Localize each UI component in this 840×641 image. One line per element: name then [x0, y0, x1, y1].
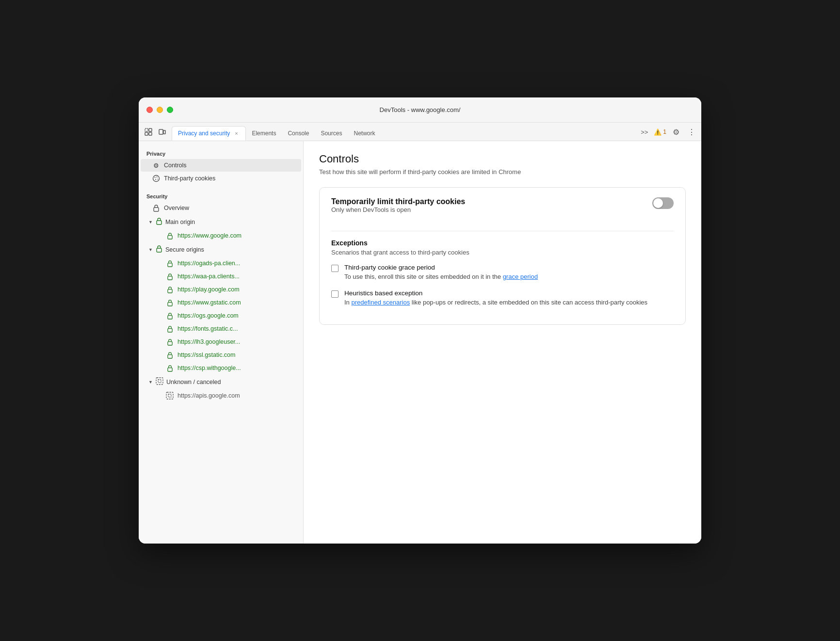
sidebar-item-secure-origin-6[interactable]: https://lh3.googleuser... — [141, 336, 301, 348]
secure-origin-url-7: https://ssl.gstatic.com — [178, 352, 235, 358]
unknown-section-label: Unknown / canceled — [166, 379, 221, 385]
sidebar-item-third-party-cookies[interactable]: Third-party cookies — [141, 172, 301, 185]
svg-rect-4 — [159, 129, 163, 134]
tabbar: Privacy and security × Elements Console … — [139, 123, 701, 141]
tab-network[interactable]: Network — [348, 126, 381, 141]
main-origin-label: Main origin — [165, 219, 195, 225]
tab-close-icon[interactable]: × — [233, 130, 240, 137]
sidebar-item-secure-origin-5[interactable]: https://fonts.gstatic.c... — [141, 322, 301, 335]
sidebar-item-overview[interactable]: Overview — [141, 202, 301, 214]
sidebar-item-secure-origin-8[interactable]: https://csp.withgoogle... — [141, 362, 301, 374]
heuristics-link[interactable]: predefined scenarios — [351, 299, 410, 306]
tab-console[interactable]: Console — [282, 126, 315, 141]
card-title: Temporarily limit third-party cookies — [331, 197, 465, 206]
minimize-button[interactable] — [157, 107, 163, 113]
overview-label: Overview — [164, 205, 189, 211]
secure-origin-url-2: https://play.google.com — [178, 286, 240, 293]
sidebar-item-secure-origin-1[interactable]: https://waa-pa.clients... — [141, 270, 301, 283]
tab-sources-label: Sources — [321, 130, 342, 137]
heuristics-checkbox[interactable] — [331, 290, 339, 298]
secure-origin-lock-icon-7 — [166, 351, 174, 359]
warning-badge[interactable]: ⚠️ 1 — [654, 128, 666, 136]
svg-point-10 — [157, 179, 158, 180]
tab-privacy-security[interactable]: Privacy and security × — [172, 126, 246, 141]
main-origin-arrow-icon: ▼ — [148, 220, 153, 224]
secure-origin-lock-icon-6 — [166, 338, 174, 346]
settings-button[interactable]: ⚙ — [670, 126, 682, 138]
svg-rect-23 — [167, 368, 172, 371]
secure-origins-arrow-icon: ▼ — [148, 247, 153, 252]
heuristics-desc-after: like pop-ups or redirects, a site embedd… — [410, 299, 647, 306]
unknown-origin-url-0: https://apis.google.com — [178, 392, 240, 399]
grace-period-link[interactable]: grace period — [503, 273, 538, 280]
sidebar-item-controls[interactable]: ⚙ Controls — [141, 159, 301, 172]
svg-rect-14 — [157, 248, 162, 252]
secure-origin-lock-icon-8 — [166, 364, 174, 372]
svg-rect-5 — [163, 130, 165, 134]
limit-cookies-toggle[interactable] — [652, 197, 674, 209]
grace-period-checkbox[interactable] — [331, 265, 339, 272]
warning-icon: ⚠️ — [654, 128, 662, 136]
exception-heuristics: Heuristics based exception In predefined… — [331, 289, 674, 307]
svg-rect-20 — [167, 328, 172, 332]
secure-origin-url-6: https://lh3.googleuser... — [178, 338, 240, 345]
tab-privacy-security-label: Privacy and security — [178, 130, 230, 137]
more-menu-button[interactable]: ⋮ — [686, 126, 697, 138]
secure-origin-url-0: https://ogads-pa.clien... — [178, 260, 240, 267]
more-tabs-button[interactable]: >> — [639, 128, 650, 137]
sidebar-item-unknown-origin-0[interactable]: https://apis.google.com — [141, 389, 301, 402]
secure-origin-url-1: https://waa-pa.clients... — [178, 273, 240, 280]
heuristics-title: Heuristics based exception — [344, 289, 647, 297]
toggle-knob — [653, 198, 663, 208]
svg-rect-2 — [145, 132, 148, 135]
device-mode-icon[interactable] — [156, 126, 168, 138]
tab-elements[interactable]: Elements — [246, 126, 282, 141]
main-origin-url-label: https://www.google.com — [178, 232, 242, 239]
svg-rect-3 — [149, 132, 152, 135]
main-content: Privacy ⚙ Controls Third-party cookies — [139, 141, 701, 544]
sidebar-item-secure-origin-4[interactable]: https://ogs.google.com — [141, 309, 301, 322]
right-panel: Controls Test how this site will perform… — [304, 141, 701, 544]
svg-rect-19 — [167, 315, 172, 319]
sidebar-group-secure-origins[interactable]: ▼ Secure origins — [141, 242, 301, 256]
sidebar-item-main-origin-url[interactable]: https://www.google.com — [141, 229, 301, 242]
card-desc: Only when DevTools is open — [331, 206, 465, 213]
secure-origin-lock-icon-3 — [166, 299, 174, 306]
sidebar-item-secure-origin-3[interactable]: https://www.gstatic.com — [141, 296, 301, 309]
maximize-button[interactable] — [167, 107, 173, 113]
sidebar-group-unknown[interactable]: ▼ Unknown / canceled — [141, 375, 301, 389]
heuristics-desc-before: In — [344, 299, 351, 306]
privacy-section-label: Privacy — [139, 147, 303, 159]
svg-rect-17 — [167, 289, 172, 292]
devtools-window: DevTools - www.google.com/ Privacy and — [139, 97, 701, 544]
warning-count: 1 — [663, 128, 666, 135]
svg-rect-27 — [168, 394, 171, 397]
secure-origin-url-3: https://www.gstatic.com — [178, 299, 241, 306]
svg-rect-13 — [167, 235, 172, 239]
window-title: DevTools - www.google.com/ — [380, 106, 461, 113]
exceptions-title: Exceptions — [331, 239, 674, 247]
svg-point-8 — [157, 176, 158, 177]
close-button[interactable] — [146, 107, 153, 113]
exception-grace-period: Third-party cookie grace period To use t… — [331, 264, 674, 282]
sidebar-item-secure-origin-0[interactable]: https://ogads-pa.clien... — [141, 257, 301, 270]
svg-rect-24 — [156, 378, 163, 385]
tab-console-label: Console — [288, 130, 309, 137]
secure-origin-lock-icon-1 — [166, 272, 174, 280]
exceptions-desc: Scenarios that grant access to third-par… — [331, 249, 674, 256]
secure-origins-label: Secure origins — [165, 246, 204, 253]
svg-point-9 — [155, 179, 156, 180]
inspect-element-icon[interactable] — [143, 126, 154, 138]
secure-origin-url-5: https://fonts.gstatic.c... — [178, 325, 238, 332]
controls-icon: ⚙ — [152, 161, 160, 169]
sidebar-item-secure-origin-2[interactable]: https://play.google.com — [141, 283, 301, 296]
sidebar-item-secure-origin-7[interactable]: https://ssl.gstatic.com — [141, 349, 301, 361]
unknown-origin-icon-0 — [166, 392, 174, 400]
sidebar-group-main-origin[interactable]: ▼ Main origin — [141, 215, 301, 229]
tab-sources[interactable]: Sources — [315, 126, 348, 141]
card-header-text: Temporarily limit third-party cookies On… — [331, 197, 465, 223]
svg-rect-1 — [149, 128, 152, 131]
svg-rect-22 — [167, 354, 172, 358]
unknown-arrow-icon: ▼ — [148, 380, 153, 385]
tab-elements-label: Elements — [252, 130, 276, 137]
